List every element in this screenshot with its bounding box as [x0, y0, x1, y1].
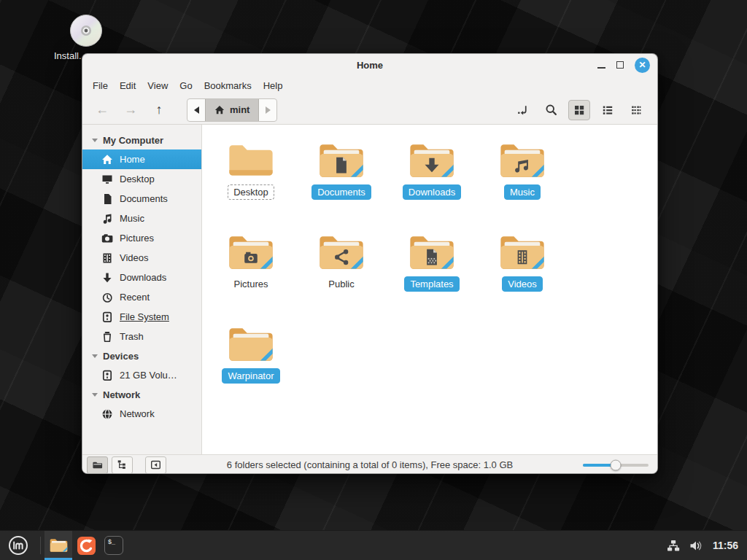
terminal-prompt-glyph: $_: [108, 538, 115, 545]
document-icon: [101, 193, 113, 205]
sidebar-item-pictures[interactable]: Pictures: [82, 228, 201, 248]
disk-icon: [101, 370, 113, 381]
disk-icon: [101, 311, 113, 323]
document-emblem-icon: [336, 158, 347, 174]
show-places-button[interactable]: [87, 456, 108, 474]
search-button[interactable]: [540, 100, 562, 120]
sidebar-item-label: Recent: [120, 292, 150, 303]
sidebar-item-label: Pictures: [120, 233, 154, 244]
sidebar-item-network[interactable]: Network: [82, 404, 201, 424]
sidebar-item-file-system[interactable]: File System: [82, 307, 201, 327]
sidebar-item-music[interactable]: Music: [82, 209, 201, 228]
folder-icon: [226, 141, 276, 181]
sidebar-item-label: Downloads: [120, 272, 166, 283]
statusbar: 6 folders selected (containing a total o…: [82, 454, 657, 474]
chevron-right-icon: [266, 106, 271, 114]
music-note-icon: [101, 213, 113, 225]
file-label: Warpinator: [222, 368, 279, 384]
file-music[interactable]: Music: [477, 141, 568, 233]
sidebar-item-label: Music: [120, 213, 144, 224]
minimize-button[interactable]: [597, 67, 605, 69]
show-treeview-button[interactable]: [112, 456, 133, 474]
file-warpinator[interactable]: Warpinator: [206, 324, 296, 416]
expander-icon: [92, 139, 98, 142]
sidebar-section-network[interactable]: Network: [82, 385, 201, 404]
compact-view-button[interactable]: [625, 100, 647, 120]
toggle-sidebar-button[interactable]: [145, 456, 166, 474]
toggle-location-entry-button[interactable]: [511, 100, 533, 120]
taskbar-separator: [40, 537, 41, 554]
trash-icon: [101, 331, 113, 343]
up-button[interactable]: ↑: [150, 102, 169, 117]
forward-button[interactable]: →: [121, 102, 140, 117]
expander-icon: [92, 393, 98, 397]
menu-button[interactable]: [0, 531, 36, 560]
file-documents[interactable]: Documents: [296, 141, 387, 233]
hide-sidebar-icon: [150, 459, 161, 470]
menu-go[interactable]: Go: [174, 78, 198, 93]
section-label: Devices: [103, 351, 139, 362]
file-desktop[interactable]: Desktop: [206, 141, 296, 233]
path-segment-label: mint: [230, 104, 249, 115]
compact-view-icon: [630, 104, 642, 116]
sidebar-section-devices[interactable]: Devices: [82, 346, 201, 365]
terminal-icon: $_: [104, 536, 123, 555]
maximize-button[interactable]: [616, 61, 624, 69]
folder-icon: [317, 141, 366, 181]
menu-bookmarks[interactable]: Bookmarks: [198, 78, 258, 93]
film-icon: [101, 252, 113, 264]
sidebar-item-recent[interactable]: Recent: [82, 287, 201, 307]
sidebar-item-videos[interactable]: Videos: [82, 248, 201, 268]
sidebar-item-label: 21 GB Volu…: [120, 370, 177, 381]
terminal-launcher[interactable]: $_: [100, 531, 128, 560]
location-entry-icon: [516, 104, 529, 116]
back-button[interactable]: ←: [93, 102, 112, 117]
sidebar-item-label: File System: [120, 311, 169, 322]
sidebar-item-documents[interactable]: Documents: [82, 189, 201, 209]
file-videos[interactable]: Videos: [477, 233, 568, 324]
file-templates[interactable]: Templates: [387, 233, 477, 324]
path-segment-home[interactable]: mint: [205, 99, 259, 121]
file-label: Documents: [311, 184, 371, 200]
file-public[interactable]: Public: [296, 233, 387, 324]
window-title: Home: [357, 60, 383, 71]
folder-icon: [226, 324, 276, 365]
folder-icon: [317, 233, 366, 273]
list-view-button[interactable]: [597, 100, 619, 120]
section-label: Network: [103, 389, 140, 400]
volume-icon[interactable]: [689, 540, 703, 552]
sidebar-item-trash[interactable]: Trash: [82, 327, 201, 346]
sidebar-item-downloads[interactable]: Downloads: [82, 268, 201, 287]
menu-file[interactable]: File: [87, 78, 114, 93]
file-downloads[interactable]: Downloads: [387, 141, 477, 233]
taskbar-clock[interactable]: 11:56: [713, 540, 738, 551]
menu-view[interactable]: View: [142, 78, 174, 93]
taskbar: $_ 11:56: [0, 530, 747, 560]
status-text: 6 folders selected (containing a total o…: [227, 459, 513, 470]
files-launcher[interactable]: [44, 531, 72, 560]
sidebar-item-label: Documents: [120, 193, 168, 204]
section-label: My Computer: [103, 135, 163, 146]
firefox-launcher[interactable]: [72, 531, 100, 560]
home-icon: [214, 105, 225, 115]
grid-view-button[interactable]: [568, 100, 590, 120]
menu-help[interactable]: Help: [258, 78, 289, 93]
file-label: Videos: [502, 276, 543, 292]
sidebar-item-desktop[interactable]: Desktop: [82, 169, 201, 189]
sidebar-item-volume[interactable]: 21 GB Volu…: [82, 365, 201, 385]
path-next-button[interactable]: [259, 99, 276, 121]
file-label: Templates: [404, 276, 459, 292]
titlebar[interactable]: Home ✕: [82, 54, 657, 76]
close-button[interactable]: ✕: [635, 58, 650, 73]
home-icon: [101, 154, 113, 166]
sidebar-section-my-computer[interactable]: My Computer: [82, 131, 201, 149]
file-pictures[interactable]: Pictures: [206, 233, 296, 324]
folder-icon: [498, 233, 547, 273]
path-prev-button[interactable]: [187, 99, 205, 121]
zoom-slider[interactable]: [583, 459, 649, 471]
slider-handle[interactable]: [611, 459, 622, 470]
network-tray-icon[interactable]: [667, 540, 680, 552]
sidebar-item-home[interactable]: Home: [82, 149, 201, 169]
menu-edit[interactable]: Edit: [114, 78, 142, 93]
sidebar-item-label: Network: [120, 408, 155, 419]
